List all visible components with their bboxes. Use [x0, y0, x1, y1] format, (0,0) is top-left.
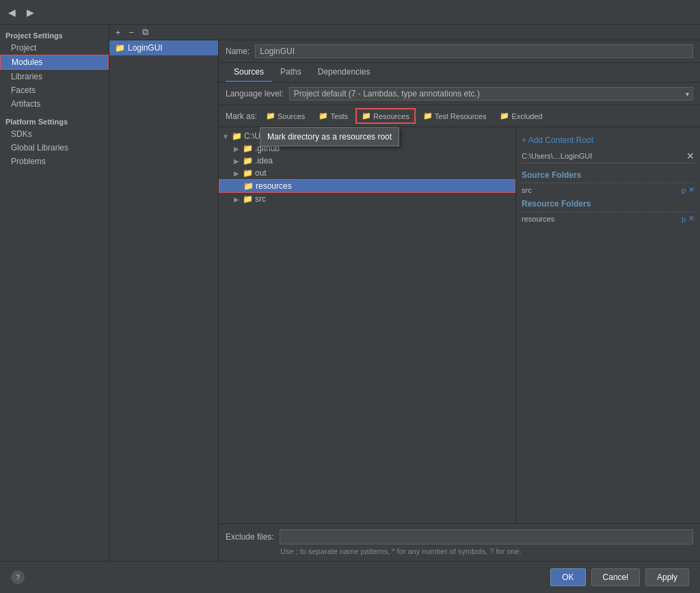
resources-folder-icon: 📁	[362, 111, 371, 120]
exclude-area: Exclude files: Use ; to separate name pa…	[219, 523, 700, 561]
tree-item-out[interactable]: ▶ 📁 out	[219, 167, 515, 179]
resource-folders-title: Resource Folders	[522, 199, 695, 209]
bottom-left: ?	[11, 570, 25, 584]
tooltip-text: Mark directory as a resources root	[267, 132, 392, 142]
tests-folder-icon: 📁	[319, 111, 328, 120]
sidebar-item-problems[interactable]: Problems	[0, 155, 109, 168]
sidebar-item-facets[interactable]: Facets	[0, 83, 109, 97]
path-prefix: C:\Users\	[522, 152, 553, 160]
name-label: Name:	[226, 47, 250, 56]
resource-folders-separator	[522, 211, 695, 212]
help-button[interactable]: ?	[11, 570, 25, 584]
root-arrow-icon: ▼	[221, 133, 230, 140]
github-arrow-icon: ▶	[232, 145, 241, 153]
exclude-row: Exclude files:	[226, 529, 693, 544]
content-root-path: C:\Users\…LoginGUI	[522, 152, 592, 160]
out-folder-icon: 📁	[243, 168, 253, 178]
cancel-button[interactable]: Cancel	[591, 568, 640, 586]
mark-tests-label: Tests	[330, 112, 348, 120]
language-level-select-wrapper: Project default (7 - Lambdas, type annot…	[289, 87, 693, 101]
source-folder-src-name: src	[522, 186, 532, 194]
sidebar-item-modules[interactable]: Modules	[0, 55, 109, 70]
module-item-label: LoginGUI	[128, 43, 163, 53]
file-tree[interactable]: ▼ 📁 C:\Users\leeta\Desktop\LoginGUI ▶ 📁 …	[219, 127, 515, 523]
bottom-bar: ? OK Cancel Apply	[0, 561, 700, 593]
module-item-logingui[interactable]: 📁 LoginGUI	[109, 40, 218, 55]
src-folder-icon: 📁	[243, 194, 253, 204]
mark-resources-label: Resources	[373, 112, 409, 120]
ok-button[interactable]: OK	[550, 568, 585, 586]
sidebar-item-global-libraries[interactable]: Global Libraries	[0, 141, 109, 155]
out-arrow-icon: ▶	[232, 170, 241, 177]
dialog-buttons: OK Cancel Apply	[550, 568, 689, 586]
mark-test-resources-label: Test Resources	[435, 112, 487, 120]
resource-folder-actions: p ✕	[682, 214, 695, 223]
tree-item-idea[interactable]: ▶ 📁 .idea	[219, 155, 515, 167]
idea-arrow-icon: ▶	[232, 157, 241, 165]
resource-folder-item-resources: resources p ✕	[522, 213, 695, 224]
tab-paths[interactable]: Paths	[272, 63, 310, 82]
forward-button[interactable]: ▶	[24, 5, 37, 19]
exclude-files-input[interactable]	[280, 529, 693, 544]
exclude-files-hint: Use ; to separate name patterns, * for a…	[226, 547, 693, 555]
apply-button[interactable]: Apply	[645, 568, 689, 586]
project-settings-title: Project Settings	[0, 27, 109, 41]
tabs-bar: Sources Paths Dependencies	[219, 63, 700, 83]
src-label: src	[255, 194, 266, 204]
copy-module-button[interactable]: ⧉	[140, 26, 150, 38]
root-folder-icon: 📁	[232, 131, 242, 141]
sources-panel: Language level: Project default (7 - Lam…	[219, 83, 700, 561]
mark-as-row: Mark as: 📁 Sources 📁 Tests 📁	[219, 105, 700, 127]
source-folder-item-src: src p ✕	[522, 185, 695, 195]
add-module-button[interactable]: +	[113, 27, 123, 38]
mark-sources-label: Sources	[278, 112, 305, 120]
mark-sources-button[interactable]: 📁 Sources	[261, 109, 310, 122]
name-input[interactable]	[255, 44, 693, 58]
out-label: out	[255, 168, 267, 178]
language-level-select[interactable]: Project default (7 - Lambdas, type annot…	[289, 87, 693, 101]
exclude-files-label: Exclude files:	[226, 532, 274, 542]
source-folders-title: Source Folders	[522, 170, 695, 180]
sidebar-item-artifacts[interactable]: Artifacts	[0, 97, 109, 111]
right-panel: + Add Content Root C:\Users\…LoginGUI ✕	[515, 127, 700, 523]
mark-excluded-label: Excluded	[511, 112, 542, 120]
sources-folder-icon: 📁	[266, 111, 275, 120]
tab-dependencies[interactable]: Dependencies	[310, 63, 379, 82]
source-folder-remove-button[interactable]: ✕	[688, 185, 695, 194]
add-content-root-button[interactable]: + Add Content Root	[522, 133, 695, 148]
sidebar-item-project[interactable]: Project	[0, 41, 109, 55]
mark-resources-button[interactable]: 📁 Resources	[357, 109, 414, 122]
content-root-header: C:\Users\…LoginGUI ✕	[522, 148, 695, 163]
mark-test-resources-button[interactable]: 📁 Test Resources	[418, 109, 492, 122]
github-folder-icon: 📁	[243, 144, 253, 153]
tree-item-src[interactable]: ▶ 📁 src	[219, 193, 515, 205]
right-content: Name: Sources Paths Dependencies Languag…	[219, 40, 700, 561]
close-content-root-button[interactable]: ✕	[686, 150, 695, 161]
resources-folder-icon: 📁	[243, 181, 254, 191]
sidebar: Project Settings Project Modules Librari…	[0, 25, 109, 561]
idea-folder-icon: 📁	[243, 156, 253, 166]
platform-settings-title: Platform Settings	[0, 111, 109, 127]
content-main: Mark directory as a resources root ▼ 📁 C…	[219, 127, 700, 523]
tree-item-resources[interactable]: 📁 resources	[219, 179, 515, 193]
resource-folder-relabel-button[interactable]: p	[682, 214, 686, 223]
toolbar: ◀ ▶	[0, 0, 700, 25]
idea-label: .idea	[255, 156, 273, 166]
source-folder-actions: p ✕	[682, 185, 695, 194]
resources-label: resources	[256, 181, 292, 191]
tab-sources[interactable]: Sources	[226, 63, 272, 82]
mark-tests-button[interactable]: 📁 Tests	[314, 109, 353, 122]
language-level-label: Language level:	[226, 89, 284, 98]
remove-module-button[interactable]: −	[127, 27, 137, 38]
back-button[interactable]: ◀	[5, 5, 18, 19]
excluded-folder-icon: 📁	[500, 111, 509, 120]
bottom-bar-inner: ? OK Cancel Apply	[11, 568, 689, 586]
source-folder-relabel-button[interactable]: p	[682, 185, 686, 194]
sidebar-item-sdks[interactable]: SDKs	[0, 127, 109, 141]
test-resources-folder-icon: 📁	[423, 111, 433, 120]
name-row: Name:	[219, 40, 700, 63]
mark-excluded-button[interactable]: 📁 Excluded	[495, 109, 547, 122]
resource-folder-remove-button[interactable]: ✕	[688, 214, 695, 223]
sidebar-item-libraries[interactable]: Libraries	[0, 70, 109, 83]
src-arrow-icon: ▶	[232, 196, 241, 203]
